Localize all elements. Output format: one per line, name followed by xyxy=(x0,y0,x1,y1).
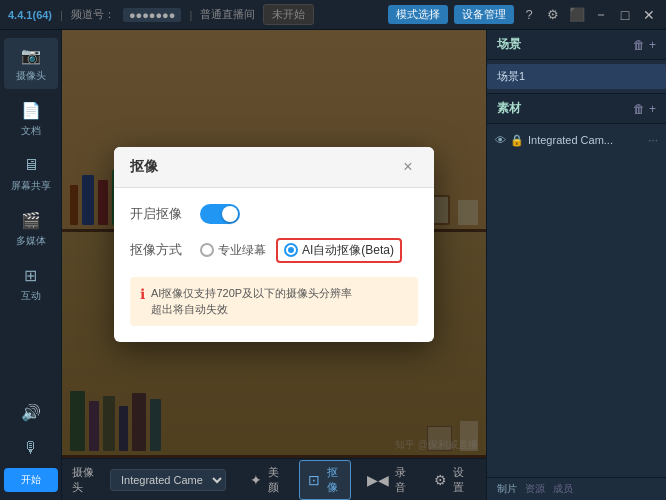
version-label: 4.4.1(64) xyxy=(8,9,52,21)
radio-ai-label: AI自动抠像(Beta) xyxy=(302,242,394,259)
scene-list: 场景1 xyxy=(487,60,666,93)
enable-label: 开启抠像 xyxy=(130,205,190,223)
sidebar-item-media[interactable]: 🎬 多媒体 xyxy=(4,203,58,254)
share-icon[interactable]: ⬛ xyxy=(568,6,586,24)
minimize-btn[interactable]: － xyxy=(592,6,610,24)
scene-panel-actions: 🗑 + xyxy=(633,38,656,52)
source-item-1[interactable]: 👁 🔒 Integrated Cam... ··· xyxy=(487,128,666,152)
settings-label: 设置 xyxy=(450,465,469,495)
radio-professional-label: 专业绿幕 xyxy=(218,242,266,259)
close-btn[interactable]: ✕ xyxy=(640,6,658,24)
tab-resources[interactable]: 资源 xyxy=(525,482,545,496)
radio-ai[interactable]: AI自动抠像(Beta) xyxy=(276,238,402,263)
sidebar-item-document[interactable]: 📄 文档 xyxy=(4,93,58,144)
sidebar-label-camera: 摄像头 xyxy=(16,69,46,83)
enable-row: 开启抠像 xyxy=(130,204,418,224)
scene-delete-icon[interactable]: 🗑 xyxy=(633,38,645,52)
source-add-icon[interactable]: + xyxy=(649,102,656,116)
stream-label: 普通直播间 xyxy=(200,7,255,22)
beauty-label: 美颜 xyxy=(265,465,284,495)
source-list: 👁 🔒 Integrated Cam... ··· xyxy=(487,124,666,477)
source-panel: 素材 🗑 + 👁 🔒 Integrated Cam... ··· xyxy=(487,94,666,477)
right-sidebar: 场景 🗑 + 场景1 素材 🗑 + xyxy=(486,30,666,500)
radio-ai-circle xyxy=(284,243,298,257)
modal-close-btn[interactable]: × xyxy=(398,157,418,177)
record-btn[interactable]: ▶◀ 录音 xyxy=(359,461,418,499)
bottom-toolbar: 摄像头 Integrated Camera ✦ 美颜 ⊡ 抠像 ▶◀ 录音 ⚙ … xyxy=(62,458,486,500)
chroma-key-icon: ⊡ xyxy=(308,472,320,488)
note-text: AI抠像仅支持720P及以下的摄像头分辨率超出将自动失效 xyxy=(151,285,352,318)
scene-item-label-1: 场景1 xyxy=(497,69,525,84)
source-delete-icon[interactable]: 🗑 xyxy=(633,102,645,116)
record-label: 录音 xyxy=(392,465,410,495)
start-label: 开始 xyxy=(21,473,41,487)
chroma-key-modal: 抠像 × 开启抠像 xyxy=(114,147,434,342)
preview-area: 知乎 @保利威直播 抠像 × 开启抠像 xyxy=(62,30,486,458)
note-icon: ℹ xyxy=(140,286,145,302)
help-icon[interactable]: ? xyxy=(520,6,538,24)
top-bar: 4.4.1(64) | 频道号： ●●●●●●● | 普通直播间 未开始 模式选… xyxy=(0,0,666,30)
scene-item-1[interactable]: 场景1 xyxy=(487,64,666,89)
mode-select-btn[interactable]: 模式选择 xyxy=(388,5,448,24)
device-manage-btn[interactable]: 设备管理 xyxy=(454,5,514,24)
sidebar-bottom: 🔊 🎙 开始 xyxy=(4,396,58,500)
sidebar-label-media: 多媒体 xyxy=(16,234,46,248)
sidebar-item-screen[interactable]: 🖥 屏幕共享 xyxy=(4,148,58,199)
modal-body: 开启抠像 抠像方式 专业绿幕 xyxy=(114,188,434,342)
sidebar-label-screen: 屏幕共享 xyxy=(11,179,51,193)
scene-panel: 场景 🗑 + 场景1 xyxy=(487,30,666,93)
stream-status-btn[interactable]: 未开始 xyxy=(263,4,314,25)
source-panel-title: 素材 xyxy=(497,100,521,117)
source-eye-icon[interactable]: 👁 xyxy=(495,134,506,146)
modal-title: 抠像 xyxy=(130,158,158,176)
sidebar-label-document: 文档 xyxy=(21,124,41,138)
start-button[interactable]: 开始 xyxy=(4,468,58,492)
speaker-icon: 🔊 xyxy=(20,401,42,423)
settings-icon[interactable]: ⚙ xyxy=(544,6,562,24)
source-panel-actions: 🗑 + xyxy=(633,102,656,116)
modal-overlay: 抠像 × 开启抠像 xyxy=(62,30,486,458)
sidebar-item-interact[interactable]: ⊞ 互动 xyxy=(4,258,58,309)
source-lock-icon[interactable]: 🔒 xyxy=(510,134,524,147)
modal-header: 抠像 × xyxy=(114,147,434,188)
right-bottom-tabs: 制片 资源 成员 xyxy=(487,477,666,500)
sidebar-label-interact: 互动 xyxy=(21,289,41,303)
beauty-btn[interactable]: ✦ 美颜 xyxy=(242,461,292,499)
scene-panel-header: 场景 🗑 + xyxy=(487,30,666,60)
camera-select[interactable]: Integrated Camera xyxy=(110,469,226,491)
sidebar-speaker-btn[interactable]: 🔊 xyxy=(4,396,58,428)
beauty-icon: ✦ xyxy=(250,472,262,488)
settings-toolbar-icon: ⚙ xyxy=(434,472,447,488)
tab-members[interactable]: 成员 xyxy=(553,482,573,496)
document-icon: 📄 xyxy=(20,99,42,121)
media-icon: 🎬 xyxy=(20,209,42,231)
main-layout: 📷 摄像头 📄 文档 🖥 屏幕共享 🎬 多媒体 ⊞ 互动 🔊 🎙 xyxy=(0,30,666,500)
radio-professional-circle xyxy=(200,243,214,257)
interact-icon: ⊞ xyxy=(20,264,42,286)
tab-production[interactable]: 制片 xyxy=(497,482,517,496)
enable-toggle[interactable] xyxy=(200,204,240,224)
mic-icon: 🎙 xyxy=(20,437,42,459)
screen-icon: 🖥 xyxy=(20,154,42,176)
scene-add-icon[interactable]: + xyxy=(649,38,656,52)
maximize-btn[interactable]: □ xyxy=(616,6,634,24)
sidebar-mic-btn[interactable]: 🎙 xyxy=(4,432,58,464)
sidebar-item-camera[interactable]: 📷 摄像头 xyxy=(4,38,58,89)
record-icon: ▶◀ xyxy=(367,472,389,488)
settings-btn[interactable]: ⚙ 设置 xyxy=(426,461,477,499)
camera-icon: 📷 xyxy=(20,44,42,66)
mode-row: 抠像方式 专业绿幕 AI自动抠像(Beta) xyxy=(130,238,418,263)
chroma-key-btn[interactable]: ⊡ 抠像 xyxy=(299,460,351,500)
camera-toolbar-label: 摄像头 xyxy=(72,465,102,495)
channel-label: 频道号： xyxy=(71,7,115,22)
mode-radio-group: 专业绿幕 AI自动抠像(Beta) xyxy=(200,238,402,263)
toggle-thumb xyxy=(222,206,238,222)
chroma-key-label: 抠像 xyxy=(323,465,342,495)
channel-value: ●●●●●●● xyxy=(123,8,182,22)
source-item-more[interactable]: ··· xyxy=(648,133,658,147)
radio-professional[interactable]: 专业绿幕 xyxy=(200,242,266,259)
mode-label: 抠像方式 xyxy=(130,241,190,259)
scene-panel-title: 场景 xyxy=(497,36,521,53)
center-area: 知乎 @保利威直播 抠像 × 开启抠像 xyxy=(62,30,486,500)
modal-note: ℹ AI抠像仅支持720P及以下的摄像头分辨率超出将自动失效 xyxy=(130,277,418,326)
